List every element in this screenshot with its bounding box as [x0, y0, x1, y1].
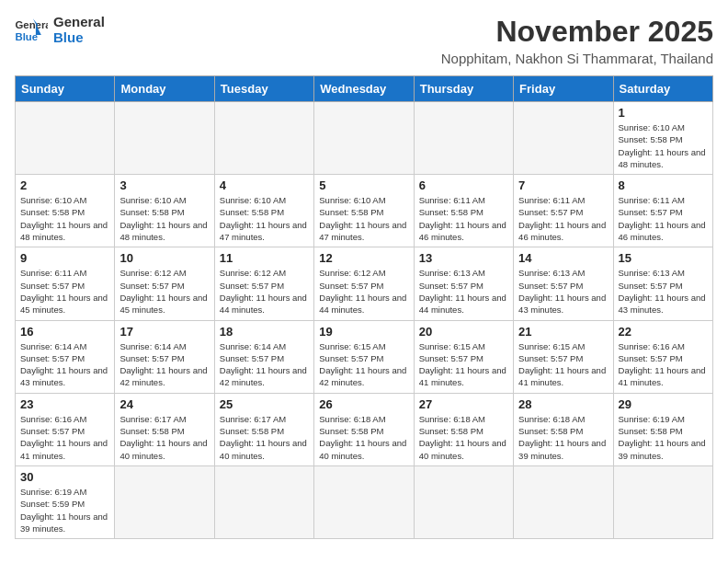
day-number: 9: [20, 251, 109, 265]
calendar-cell: 13Sunrise: 6:13 AMSunset: 5:57 PMDayligh…: [414, 247, 513, 320]
day-number: 27: [419, 397, 508, 411]
day-info: Sunrise: 6:16 AMSunset: 5:57 PMDaylight:…: [619, 340, 708, 389]
calendar-cell: 21Sunrise: 6:15 AMSunset: 5:57 PMDayligh…: [514, 320, 613, 393]
weekday-header: Saturday: [613, 76, 712, 102]
calendar-cell: [314, 102, 414, 175]
day-number: 26: [319, 397, 408, 411]
calendar-cell: 7Sunrise: 6:11 AMSunset: 5:57 PMDaylight…: [514, 175, 613, 247]
day-info: Sunrise: 6:11 AMSunset: 5:58 PMDaylight:…: [419, 194, 508, 243]
day-info: Sunrise: 6:14 AMSunset: 5:57 PMDaylight:…: [220, 340, 309, 389]
day-info: Sunrise: 6:12 AMSunset: 5:57 PMDaylight:…: [319, 267, 408, 316]
page-header: General Blue General Blue November 2025 …: [15, 15, 713, 66]
calendar-cell: 28Sunrise: 6:18 AMSunset: 5:58 PMDayligh…: [514, 393, 613, 465]
day-info: Sunrise: 6:10 AMSunset: 5:58 PMDaylight:…: [619, 121, 708, 170]
day-number: 19: [319, 325, 408, 339]
day-info: Sunrise: 6:10 AMSunset: 5:58 PMDaylight:…: [119, 194, 209, 243]
logo-general: General: [53, 15, 105, 30]
day-info: Sunrise: 6:13 AMSunset: 5:57 PMDaylight:…: [619, 267, 708, 316]
calendar-cell: [16, 102, 115, 175]
day-number: 22: [619, 325, 708, 339]
calendar-cell: [414, 465, 513, 538]
day-info: Sunrise: 6:11 AMSunset: 5:57 PMDaylight:…: [20, 267, 109, 316]
day-number: 29: [619, 397, 708, 411]
calendar-cell: 26Sunrise: 6:18 AMSunset: 5:58 PMDayligh…: [314, 393, 414, 465]
day-info: Sunrise: 6:14 AMSunset: 5:57 PMDaylight:…: [119, 340, 209, 389]
day-number: 14: [518, 251, 608, 265]
day-number: 11: [220, 251, 309, 265]
calendar-cell: 29Sunrise: 6:19 AMSunset: 5:58 PMDayligh…: [613, 393, 712, 465]
day-info: Sunrise: 6:11 AMSunset: 5:57 PMDaylight:…: [619, 194, 708, 243]
calendar-cell: 19Sunrise: 6:15 AMSunset: 5:57 PMDayligh…: [314, 320, 414, 393]
calendar-cell: [115, 465, 214, 538]
day-info: Sunrise: 6:15 AMSunset: 5:57 PMDaylight:…: [518, 340, 608, 389]
day-number: 25: [220, 397, 309, 411]
calendar-cell: 27Sunrise: 6:18 AMSunset: 5:58 PMDayligh…: [414, 393, 513, 465]
calendar-cell: 18Sunrise: 6:14 AMSunset: 5:57 PMDayligh…: [214, 320, 313, 393]
day-number: 30: [20, 470, 109, 484]
calendar-cell: 25Sunrise: 6:17 AMSunset: 5:58 PMDayligh…: [214, 393, 313, 465]
calendar-cell: [314, 465, 414, 538]
calendar-cell: 2Sunrise: 6:10 AMSunset: 5:58 PMDaylight…: [16, 175, 115, 247]
day-info: Sunrise: 6:18 AMSunset: 5:58 PMDaylight:…: [319, 413, 408, 462]
weekday-header: Thursday: [414, 76, 513, 102]
day-info: Sunrise: 6:10 AMSunset: 5:58 PMDaylight:…: [319, 194, 408, 243]
day-info: Sunrise: 6:17 AMSunset: 5:58 PMDaylight:…: [119, 413, 209, 462]
calendar-cell: 15Sunrise: 6:13 AMSunset: 5:57 PMDayligh…: [613, 247, 712, 320]
month-title: November 2025: [441, 15, 713, 49]
calendar-cell: 1Sunrise: 6:10 AMSunset: 5:58 PMDaylight…: [613, 102, 712, 175]
weekday-header: Friday: [514, 76, 613, 102]
calendar-cell: 6Sunrise: 6:11 AMSunset: 5:58 PMDaylight…: [414, 175, 513, 247]
day-number: 5: [319, 178, 408, 192]
svg-text:General: General: [16, 19, 49, 30]
calendar-cell: 23Sunrise: 6:16 AMSunset: 5:57 PMDayligh…: [16, 393, 115, 465]
calendar-cell: 9Sunrise: 6:11 AMSunset: 5:57 PMDaylight…: [16, 247, 115, 320]
calendar-cell: 3Sunrise: 6:10 AMSunset: 5:58 PMDaylight…: [115, 175, 214, 247]
day-number: 16: [20, 325, 109, 339]
calendar-cell: 20Sunrise: 6:15 AMSunset: 5:57 PMDayligh…: [414, 320, 513, 393]
day-number: 24: [119, 397, 209, 411]
day-info: Sunrise: 6:13 AMSunset: 5:57 PMDaylight:…: [518, 267, 608, 316]
calendar-cell: [115, 102, 214, 175]
weekday-header: Tuesday: [214, 76, 313, 102]
calendar-cell: 14Sunrise: 6:13 AMSunset: 5:57 PMDayligh…: [514, 247, 613, 320]
location-title: Nopphitam, Nakhon Si Thammarat, Thailand: [441, 51, 713, 66]
day-number: 18: [220, 325, 309, 339]
calendar-cell: [214, 102, 313, 175]
day-info: Sunrise: 6:13 AMSunset: 5:57 PMDaylight:…: [419, 267, 508, 316]
weekday-header: Wednesday: [314, 76, 414, 102]
calendar-cell: 4Sunrise: 6:10 AMSunset: 5:58 PMDaylight…: [214, 175, 313, 247]
calendar-cell: 16Sunrise: 6:14 AMSunset: 5:57 PMDayligh…: [16, 320, 115, 393]
calendar-cell: [214, 465, 313, 538]
calendar-cell: 8Sunrise: 6:11 AMSunset: 5:57 PMDaylight…: [613, 175, 712, 247]
day-info: Sunrise: 6:10 AMSunset: 5:58 PMDaylight:…: [20, 194, 109, 243]
calendar-cell: [514, 465, 613, 538]
calendar-cell: 22Sunrise: 6:16 AMSunset: 5:57 PMDayligh…: [613, 320, 712, 393]
day-info: Sunrise: 6:11 AMSunset: 5:57 PMDaylight:…: [518, 194, 608, 243]
calendar: SundayMondayTuesdayWednesdayThursdayFrid…: [15, 75, 713, 539]
day-number: 8: [619, 178, 708, 192]
logo-icon: General Blue: [15, 17, 48, 43]
weekday-header: Sunday: [16, 76, 115, 102]
day-number: 3: [119, 178, 209, 192]
day-number: 21: [518, 325, 608, 339]
title-section: November 2025 Nopphitam, Nakhon Si Thamm…: [441, 15, 713, 66]
calendar-cell: 24Sunrise: 6:17 AMSunset: 5:58 PMDayligh…: [115, 393, 214, 465]
calendar-cell: 5Sunrise: 6:10 AMSunset: 5:58 PMDaylight…: [314, 175, 414, 247]
day-number: 6: [419, 178, 508, 192]
calendar-cell: 17Sunrise: 6:14 AMSunset: 5:57 PMDayligh…: [115, 320, 214, 393]
day-number: 13: [419, 251, 508, 265]
logo: General Blue General Blue: [15, 15, 105, 45]
calendar-cell: [613, 465, 712, 538]
weekday-header: Monday: [115, 76, 214, 102]
day-info: Sunrise: 6:16 AMSunset: 5:57 PMDaylight:…: [20, 413, 109, 462]
day-info: Sunrise: 6:10 AMSunset: 5:58 PMDaylight:…: [220, 194, 309, 243]
day-info: Sunrise: 6:12 AMSunset: 5:57 PMDaylight:…: [119, 267, 209, 316]
calendar-cell: [414, 102, 513, 175]
day-number: 2: [20, 178, 109, 192]
logo-blue: Blue: [53, 30, 105, 46]
day-info: Sunrise: 6:12 AMSunset: 5:57 PMDaylight:…: [220, 267, 309, 316]
day-info: Sunrise: 6:18 AMSunset: 5:58 PMDaylight:…: [518, 413, 608, 462]
day-info: Sunrise: 6:14 AMSunset: 5:57 PMDaylight:…: [20, 340, 109, 389]
day-info: Sunrise: 6:15 AMSunset: 5:57 PMDaylight:…: [319, 340, 408, 389]
day-info: Sunrise: 6:18 AMSunset: 5:58 PMDaylight:…: [419, 413, 508, 462]
